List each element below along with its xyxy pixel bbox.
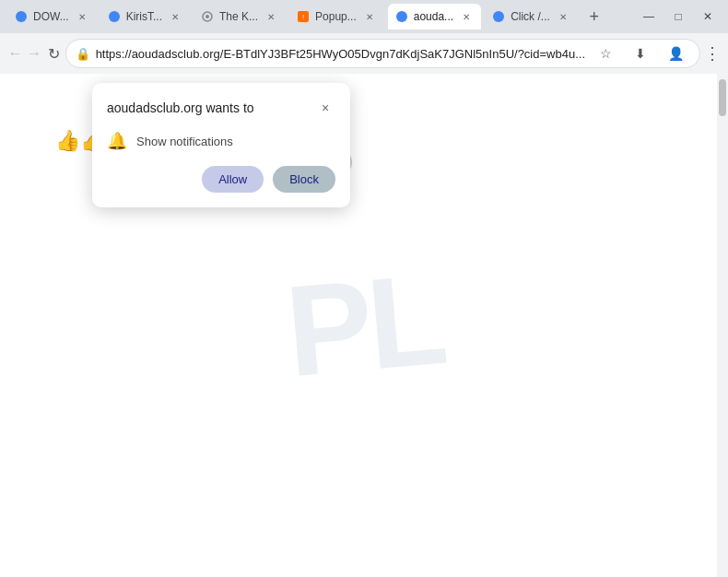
- forward-button[interactable]: →: [27, 39, 42, 68]
- tab-label-3: The K...: [219, 10, 258, 23]
- bell-icon: 🔔: [107, 131, 127, 151]
- browser-window: DOW... ✕ KirisT... ✕ The K... ✕ ! Popup.…: [0, 0, 728, 577]
- popup-header: aoudadsclub.org wants to ×: [107, 98, 335, 118]
- tab-favicon-4: !: [297, 10, 310, 23]
- scrollbar[interactable]: [717, 74, 728, 577]
- tab-label-5: aouda...: [414, 10, 453, 23]
- window-controls: — □ ✕: [636, 4, 721, 29]
- bookmark-button[interactable]: ☆: [591, 39, 620, 68]
- minimize-button[interactable]: —: [636, 4, 662, 29]
- tab-close-5[interactable]: ✕: [459, 9, 474, 24]
- reload-button[interactable]: ↻: [46, 39, 62, 68]
- tab-label-6: Click /...: [511, 10, 550, 23]
- tab-favicon-3: [201, 10, 214, 23]
- maximize-button[interactable]: □: [665, 4, 691, 29]
- tab-close-4[interactable]: ✕: [362, 9, 377, 24]
- watermark-text: PL: [280, 244, 448, 406]
- notification-popup: aoudadsclub.org wants to × 🔔 Show notifi…: [92, 83, 350, 207]
- tab-favicon-2: [108, 10, 121, 23]
- tab-close-3[interactable]: ✕: [264, 9, 278, 24]
- back-button[interactable]: ←: [7, 39, 23, 68]
- tab-aoudads[interactable]: aouda... ✕: [388, 4, 481, 29]
- popup-close-button[interactable]: ×: [315, 98, 335, 118]
- address-bar[interactable]: 🔒 https://aoudadsclub.org/E-BTdlYJ3BFt25…: [65, 39, 700, 68]
- tab-label-1: DOW...: [33, 10, 69, 23]
- tab-favicon-5: [395, 10, 408, 23]
- profile-button[interactable]: 👤: [661, 39, 690, 68]
- tab-favicon-1: [15, 10, 28, 23]
- tab-close-1[interactable]: ✕: [75, 9, 89, 24]
- close-window-button[interactable]: ✕: [695, 4, 721, 29]
- popup-notification-row: 🔔 Show notifications: [107, 131, 335, 151]
- allow-button[interactable]: Allow: [202, 166, 264, 193]
- block-button[interactable]: Block: [273, 166, 335, 193]
- popup-buttons: Allow Block: [107, 166, 335, 193]
- popup-title: aoudadsclub.org wants to: [107, 100, 254, 115]
- tab-popup[interactable]: ! Popup... ✕: [289, 4, 384, 29]
- download-button[interactable]: ⬇: [626, 39, 655, 68]
- url-text: https://aoudadsclub.org/E-BTdlYJ3BFt25HW…: [96, 47, 585, 61]
- toolbar: ← → ↻ 🔒 https://aoudadsclub.org/E-BTdlYJ…: [0, 33, 728, 74]
- tab-dow[interactable]: DOW... ✕: [7, 4, 97, 29]
- svg-point-1: [205, 15, 209, 18]
- tab-favicon-6: [492, 10, 505, 23]
- tab-kirist[interactable]: KirisT... ✕: [100, 4, 190, 29]
- tab-label-2: KirisT...: [126, 10, 162, 23]
- tab-close-6[interactable]: ✕: [556, 9, 570, 24]
- content-area: PL aoudadsclub.org wants to × 🔔 Show not…: [0, 74, 728, 577]
- menu-button[interactable]: ⋮: [704, 39, 721, 68]
- lock-icon: 🔒: [76, 47, 90, 61]
- new-tab-button[interactable]: +: [581, 4, 607, 29]
- tab-label-4: Popup...: [315, 10, 357, 23]
- scrollbar-thumb[interactable]: [719, 79, 726, 116]
- tab-close-2[interactable]: ✕: [168, 9, 182, 24]
- popup-description: Show notifications: [136, 135, 233, 148]
- title-bar: DOW... ✕ KirisT... ✕ The K... ✕ ! Popup.…: [0, 0, 728, 33]
- tab-thek[interactable]: The K... ✕: [194, 4, 286, 29]
- tab-click[interactable]: Click /... ✕: [485, 4, 578, 29]
